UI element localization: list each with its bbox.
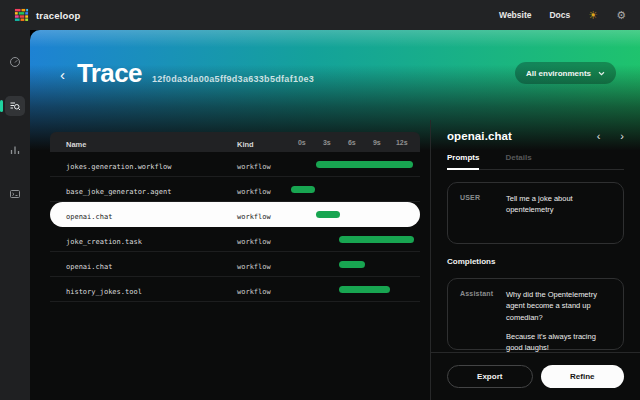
trace-search-icon (9, 100, 21, 112)
environment-selector[interactable]: All environments (515, 62, 616, 84)
prompt-role-label: USER (460, 193, 506, 201)
table-row[interactable]: base_joke_generator.agentworkflow (50, 177, 420, 202)
sun-icon[interactable]: ☀ (588, 10, 598, 21)
span-kind: workflow (237, 188, 271, 196)
timeline-tick: 12s (396, 139, 408, 146)
completions-heading: Completions (447, 257, 624, 266)
table-row[interactable]: history_jokes.toolworkflow (50, 277, 420, 302)
sidebar-item-console[interactable] (5, 184, 25, 204)
span-kind: workflow (237, 263, 271, 271)
timeline-tick: 9s (373, 139, 381, 146)
timeline-tick: 6s (348, 139, 356, 146)
span-kind: workflow (237, 213, 271, 221)
table-row[interactable]: joke_creation.taskworkflow (50, 227, 420, 252)
sidebar-item-dashboard[interactable] (5, 52, 25, 72)
refine-button[interactable]: Refine (541, 365, 625, 388)
sidebar (0, 30, 30, 400)
gauge-icon (9, 56, 21, 68)
span-table: Name Kind 0s 3s 6s 9s 12s jokes.generati… (50, 132, 420, 302)
duration-bar (316, 161, 413, 168)
span-kind: workflow (237, 163, 271, 171)
column-header-name: Name (66, 140, 86, 149)
sidebar-item-analytics[interactable] (5, 140, 25, 160)
back-chevron-icon[interactable]: ‹ (60, 67, 65, 82)
bar-chart-icon (9, 144, 21, 156)
span-name: openai.chat (66, 213, 112, 221)
website-link[interactable]: Website (499, 10, 531, 20)
gear-icon[interactable]: ⚙ (616, 10, 626, 21)
completion-card: Assistant Why did the Opentelemetry agen… (447, 278, 624, 350)
completion-paragraph: Why did the Opentelemetry agent become a… (506, 289, 611, 323)
brand[interactable]: traceloop (14, 8, 81, 23)
completion-paragraph: Because it's always tracing good laughs! (506, 331, 611, 354)
duration-bar (339, 286, 390, 293)
timeline-tick: 3s (323, 139, 331, 146)
tab-prompts[interactable]: Prompts (447, 153, 479, 170)
brand-name: traceloop (36, 10, 81, 21)
timeline-tick: 0s (298, 139, 306, 146)
prompt-card: USER Tell me a joke about opentelemetry (447, 182, 624, 244)
table-row[interactable]: openai.chatworkflow (50, 252, 420, 277)
timeline-axis: 0s 3s 6s 9s 12s (285, 132, 420, 152)
detail-footer: Export Refine (431, 352, 640, 400)
prev-arrow-icon[interactable]: ‹ (597, 131, 601, 142)
top-bar: traceloop Website Docs ☀ ⚙ (0, 0, 640, 30)
tab-details[interactable]: Details (505, 153, 531, 169)
detail-tabs: Prompts Details (447, 153, 624, 170)
duration-bar (339, 261, 365, 268)
column-header-kind: Kind (237, 140, 254, 149)
environment-selector-label: All environments (526, 69, 591, 78)
traceloop-logo-icon (14, 8, 29, 23)
duration-bar (339, 236, 414, 243)
sidebar-item-traces[interactable] (5, 96, 25, 116)
table-row[interactable]: openai.chatworkflow (50, 202, 420, 227)
span-table-body: jokes.generation.workflowworkflowbase_jo… (50, 152, 420, 302)
span-table-header: Name Kind 0s 3s 6s 9s 12s (50, 132, 420, 152)
docs-link[interactable]: Docs (549, 10, 570, 20)
span-name: joke_creation.task (66, 238, 142, 246)
terminal-icon (9, 188, 21, 200)
prompt-text: Tell me a joke about opentelemetry (506, 193, 611, 216)
next-arrow-icon[interactable]: › (620, 131, 624, 142)
span-name: jokes.generation.workflow (66, 163, 171, 171)
chevron-down-icon (598, 71, 605, 76)
export-button[interactable]: Export (447, 365, 533, 388)
span-name: base_joke_generator.agent (66, 188, 171, 196)
span-name: history_jokes.tool (66, 288, 142, 296)
span-detail-panel: openai.chat ‹ › Prompts Details USER Tel… (430, 120, 640, 400)
completion-role-label: Assistant (460, 289, 506, 297)
span-title: openai.chat (447, 130, 512, 142)
main-card: ‹ Trace 12f0da3da00a5ff9d3a633b5dfaf10e3… (30, 30, 640, 400)
duration-bar (316, 211, 340, 218)
page-title: Trace (77, 58, 142, 89)
table-row[interactable]: jokes.generation.workflowworkflow (50, 152, 420, 177)
span-name: openai.chat (66, 263, 112, 271)
span-kind: workflow (237, 288, 271, 296)
trace-id: 12f0da3da00a5ff9d3a633b5dfaf10e3 (152, 74, 314, 84)
span-kind: workflow (237, 238, 271, 246)
duration-bar (291, 186, 315, 193)
